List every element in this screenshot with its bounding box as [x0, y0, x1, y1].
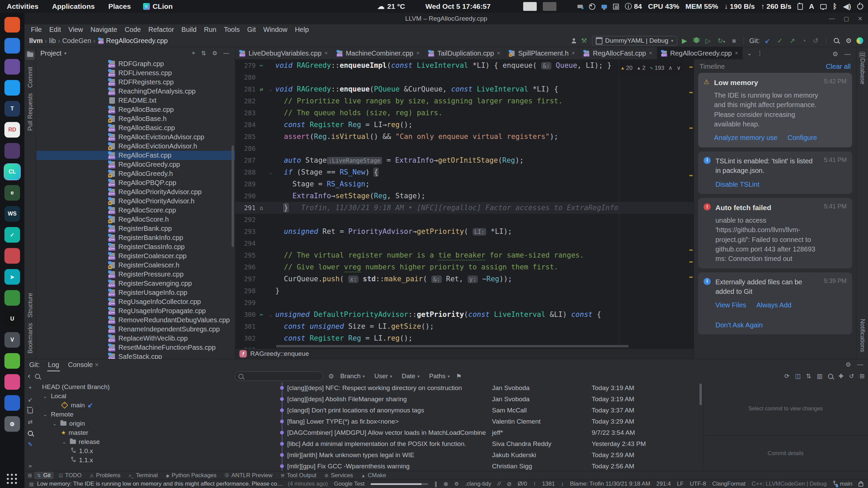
project-tree[interactable]: RDFGraph.cppRDFLiveness.cppRDFRegisters.… [36, 59, 235, 359]
tree-item[interactable]: RegAllocEvictionAdvisor.h [36, 142, 235, 151]
git-rollback-button[interactable]: ↺ [811, 37, 821, 45]
profiler-button[interactable]: ↻▾ [715, 37, 727, 45]
dock-item-eclipse[interactable]: e [4, 185, 20, 201]
tree-item[interactable]: RegisterUsageInfo.cpp [36, 288, 235, 297]
code-editor[interactable]: ▲20▲2∿193∧∨ 279✂void RAGreedy::enqueueIm… [235, 60, 694, 348]
branch-item[interactable]: ⌄origin [36, 419, 278, 428]
dock-item-app-3[interactable] [4, 59, 20, 75]
chevron-icon[interactable]: ⌄ [42, 412, 48, 417]
menu-run[interactable]: Run [200, 26, 220, 34]
locate-file-button[interactable]: ⌖ [190, 50, 197, 57]
caret-position-widget[interactable]: 291:4 [656, 481, 671, 487]
net-up-indicator[interactable]: ↑ 260 B/s [761, 2, 791, 11]
fold-marker[interactable]: ⌄ [267, 83, 274, 95]
expand-strip-icon[interactable]: » [28, 463, 32, 469]
breadcrumb-item-CodeGen[interactable]: CodeGen [62, 37, 91, 45]
toolwindow-cmake[interactable]: ▲CMake [358, 472, 389, 479]
gutter[interactable]: 298 [235, 285, 275, 297]
settings-button[interactable]: ⚙ [844, 37, 854, 45]
stripe-item-structure[interactable]: Structure [27, 293, 34, 318]
resolve-context-widget[interactable]: C++: LLVMCodeGen | Debug [752, 481, 827, 487]
minimize-button[interactable]: — [829, 15, 835, 22]
tree-item[interactable]: RegAllocGreedy.h [36, 169, 235, 178]
layout-icon[interactable]: ▥ [817, 372, 823, 380]
dock-item-vscode[interactable] [4, 80, 20, 96]
git-commit-list[interactable]: [clang][deps] NFC: Respect working direc… [278, 382, 703, 471]
git-history-button[interactable]: ◔ [800, 37, 808, 45]
dock-item-firefox[interactable] [4, 17, 20, 33]
dock-item-unreal[interactable]: U [4, 311, 20, 327]
dock-item-app-18[interactable] [4, 374, 20, 390]
mem-indicator[interactable]: MEM 55% [685, 2, 718, 11]
dock-item-clion[interactable]: CL [4, 164, 20, 180]
steam-tray-icon[interactable] [589, 3, 595, 10]
dock-item-app-check[interactable]: ✓ [4, 227, 20, 243]
tree-item[interactable]: RegAllocBase.h [36, 114, 235, 123]
tree-item[interactable]: RegisterBank.cpp [36, 224, 235, 233]
keyboard-layout-indicator[interactable]: A [809, 2, 814, 11]
gutter[interactable]: 287 [235, 155, 275, 166]
bluetooth-icon[interactable]: ᛒ [833, 2, 837, 11]
tree-item[interactable]: README.txt [36, 96, 235, 105]
commit-row[interactable]: [mlir][gpu] Fix GCC -Wparenthesis warnin… [278, 461, 703, 471]
line-ending-widget[interactable]: LF [677, 481, 684, 487]
editor-tab[interactable]: RegAllocGreedy.cpp× [657, 47, 743, 59]
topbar-item-places[interactable]: Places [101, 2, 138, 11]
toolwindow-antlr-preview[interactable]: ⒶANTLR Preview [222, 472, 276, 479]
stripe-item-bookmarks[interactable]: Bookmarks [27, 323, 34, 353]
memory-status-message[interactable]: Low memory: The IDE is running low on me… [37, 481, 284, 487]
gutter[interactable]: 295 [235, 249, 275, 261]
stripe-item-pull-requests[interactable]: Pull Requests [27, 93, 34, 131]
tree-item[interactable]: ReplaceWithVeclib.cpp [36, 334, 235, 343]
git-settings-icon[interactable]: ⚙ [846, 361, 851, 368]
commit-counts[interactable]: Ø/0 [518, 481, 527, 487]
branch-item[interactable]: 1.1.x [36, 455, 278, 465]
gutter[interactable]: 297 [235, 273, 275, 285]
tree-item[interactable]: ReachingDefAnalysis.cpp [36, 87, 235, 96]
tree-item[interactable]: RegisterCoalescer.h [36, 261, 235, 270]
commit-row[interactable]: [DAGCombiner] [AMDGPU] Allow vector load… [278, 427, 703, 438]
clipboard-manager-icon[interactable] [613, 4, 619, 9]
topbar-item-applications[interactable]: Applications [45, 2, 101, 11]
breadcrumb-item-RegAllocGreedy.cpp[interactable]: RegAllocGreedy.cpp [106, 37, 168, 45]
toolwindow-todo[interactable]: ☑TODO [56, 472, 84, 479]
tree-item[interactable]: RenameIndependentSubregs.cpp [36, 325, 235, 334]
gutter[interactable]: 289 [235, 178, 275, 190]
collapse-all-button[interactable]: ⇅ [200, 50, 208, 57]
branch-search-icon[interactable] [28, 431, 33, 436]
topbar-app-menu[interactable]: C CLion [138, 2, 178, 11]
workspace-2[interactable] [543, 2, 556, 11]
dock-item-app-12[interactable] [4, 248, 20, 264]
gutter[interactable]: 282 [235, 95, 275, 107]
menu-view[interactable]: View [65, 26, 87, 34]
volume-icon[interactable]: ◀) [843, 2, 851, 11]
log-zoom-icon[interactable] [828, 374, 833, 379]
gutter-icon[interactable]: ✂ [256, 60, 267, 72]
notification-action-link[interactable]: Disable TSLint [715, 180, 760, 189]
gutter[interactable]: 301 [235, 321, 275, 332]
debug-button[interactable] [692, 37, 701, 45]
git-branch-widget[interactable]: main [833, 481, 852, 488]
gutter[interactable]: 291⌂ [235, 202, 275, 214]
tree-item[interactable]: RegisterPressure.cpp [36, 270, 235, 279]
tree-item[interactable]: RegAllocBasic.cpp [36, 123, 235, 133]
dock-item-app-v[interactable]: V [4, 332, 20, 348]
git-log-search-input[interactable] [235, 371, 323, 381]
project-stripe-button[interactable] [25, 50, 35, 60]
tree-item[interactable]: RegAllocPriorityAdvisor.cpp [36, 187, 235, 197]
console-tab-close-icon[interactable]: × [93, 361, 99, 368]
branch-item[interactable]: 1.0.x [36, 446, 278, 455]
dock-item-app-14[interactable] [4, 290, 20, 306]
editor-tab[interactable]: TailDuplication.cpp× [424, 47, 505, 59]
git-branch-search-icon[interactable] [35, 374, 40, 379]
power-icon[interactable] [857, 3, 863, 9]
run-button[interactable]: ▶ [680, 37, 689, 45]
tree-item[interactable]: RegAllocPriorityAdvisor.h [36, 197, 235, 206]
gutter[interactable]: 280 [235, 72, 275, 83]
edit-icon[interactable]: ✎ [28, 441, 33, 448]
intelli-sort-icon[interactable]: ⚑ [456, 372, 462, 380]
project-scrollbar[interactable] [232, 145, 234, 247]
branch-item[interactable]: main↙ [36, 401, 278, 410]
dock-item-thunderbird[interactable] [4, 38, 20, 54]
notifications-stripe-button[interactable]: Notifications [859, 319, 866, 352]
